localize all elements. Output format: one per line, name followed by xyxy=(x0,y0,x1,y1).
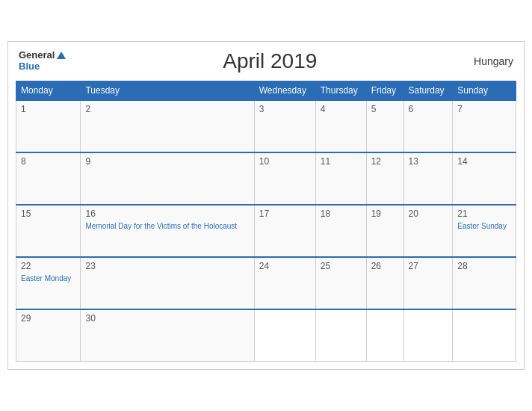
calendar-cell: 18 xyxy=(315,205,366,257)
weekday-header-sunday: Sunday xyxy=(453,81,516,100)
day-number: 27 xyxy=(409,261,448,271)
weekday-header-wednesday: Wednesday xyxy=(254,81,315,100)
day-number: 17 xyxy=(259,208,311,219)
day-number: 26 xyxy=(371,261,399,271)
calendar-header: General Blue April 2019 Hungary xyxy=(16,49,516,73)
day-number: 30 xyxy=(85,313,249,324)
day-number: 15 xyxy=(21,208,75,219)
logo-triangle-icon xyxy=(57,52,66,59)
day-number: 11 xyxy=(321,156,362,167)
week-row-3: 1516Memorial Day for the Victims of the … xyxy=(16,205,516,257)
calendar-cell: 24 xyxy=(254,257,315,309)
logo: General Blue xyxy=(19,50,66,72)
week-row-5: 2930 xyxy=(16,309,516,362)
calendar-cell: 17 xyxy=(254,205,315,257)
holiday-text: Easter Sunday xyxy=(457,222,507,230)
day-number: 28 xyxy=(457,261,511,271)
week-row-4: 22Easter Monday232425262728 xyxy=(16,257,516,309)
calendar-container: General Blue April 2019 Hungary MondayTu… xyxy=(7,41,525,371)
day-number: 21 xyxy=(457,208,511,219)
calendar-cell: 14 xyxy=(453,152,516,205)
holiday-text: Memorial Day for the Victims of the Holo… xyxy=(85,222,237,230)
calendar-cell: 16Memorial Day for the Victims of the Ho… xyxy=(81,205,254,257)
day-number: 6 xyxy=(409,104,448,114)
weekday-header-monday: Monday xyxy=(16,81,81,100)
calendar-cell: 26 xyxy=(366,257,403,309)
calendar-cell: 3 xyxy=(254,100,315,152)
calendar-cell: 8 xyxy=(16,152,81,205)
day-number: 14 xyxy=(457,156,511,167)
logo-blue-text: Blue xyxy=(19,61,66,72)
day-number: 19 xyxy=(371,208,399,219)
calendar-cell: 25 xyxy=(315,257,366,309)
day-number: 24 xyxy=(259,261,311,271)
weekday-header-thursday: Thursday xyxy=(315,81,366,100)
calendar-cell xyxy=(366,309,403,362)
calendar-cell: 23 xyxy=(81,257,254,309)
calendar-table: MondayTuesdayWednesdayThursdayFridaySatu… xyxy=(16,81,516,362)
calendar-cell: 11 xyxy=(315,152,366,205)
day-number: 20 xyxy=(409,208,448,219)
day-number: 5 xyxy=(371,104,399,114)
calendar-cell: 12 xyxy=(366,152,403,205)
calendar-cell: 10 xyxy=(254,152,315,205)
calendar-cell: 19 xyxy=(366,205,403,257)
calendar-cell: 27 xyxy=(403,257,453,309)
week-row-1: 1234567 xyxy=(16,100,516,152)
weekday-header-tuesday: Tuesday xyxy=(81,81,254,100)
calendar-cell: 15 xyxy=(16,205,81,257)
calendar-cell: 22Easter Monday xyxy=(16,257,81,309)
day-number: 10 xyxy=(259,156,311,167)
calendar-cell: 30 xyxy=(81,309,254,362)
day-number: 18 xyxy=(321,208,362,219)
calendar-cell: 9 xyxy=(81,152,254,205)
holiday-text: Easter Monday xyxy=(21,274,71,282)
day-number: 8 xyxy=(21,156,75,167)
day-number: 25 xyxy=(321,261,362,271)
day-number: 12 xyxy=(371,156,399,167)
calendar-cell: 13 xyxy=(403,152,453,205)
calendar-cell xyxy=(403,309,453,362)
weekday-header-row: MondayTuesdayWednesdayThursdayFridaySatu… xyxy=(16,81,516,100)
day-number: 16 xyxy=(85,208,249,219)
weekday-header-saturday: Saturday xyxy=(403,81,453,100)
calendar-cell: 20 xyxy=(403,205,453,257)
calendar-cell: 2 xyxy=(81,100,254,152)
calendar-cell xyxy=(254,309,315,362)
weekday-header-friday: Friday xyxy=(366,81,403,100)
calendar-cell: 21Easter Sunday xyxy=(453,205,516,257)
day-number: 13 xyxy=(409,156,448,167)
calendar-title: April 2019 xyxy=(66,49,474,73)
day-number: 1 xyxy=(21,104,75,114)
calendar-cell: 29 xyxy=(16,309,81,362)
day-number: 2 xyxy=(85,104,249,114)
calendar-cell: 28 xyxy=(453,257,516,309)
calendar-cell: 1 xyxy=(16,100,81,152)
calendar-country: Hungary xyxy=(474,55,513,67)
calendar-cell: 6 xyxy=(403,100,453,152)
calendar-cell: 5 xyxy=(366,100,403,152)
day-number: 7 xyxy=(457,104,511,114)
calendar-cell xyxy=(453,309,516,362)
day-number: 23 xyxy=(85,261,249,271)
calendar-cell xyxy=(315,309,366,362)
day-number: 4 xyxy=(321,104,362,114)
calendar-cell: 7 xyxy=(453,100,516,152)
calendar-cell: 4 xyxy=(315,100,366,152)
day-number: 3 xyxy=(259,104,311,114)
logo-general-text: General xyxy=(19,50,55,61)
day-number: 29 xyxy=(21,313,75,324)
day-number: 9 xyxy=(85,156,249,167)
day-number: 22 xyxy=(21,261,75,271)
week-row-2: 891011121314 xyxy=(16,152,516,205)
